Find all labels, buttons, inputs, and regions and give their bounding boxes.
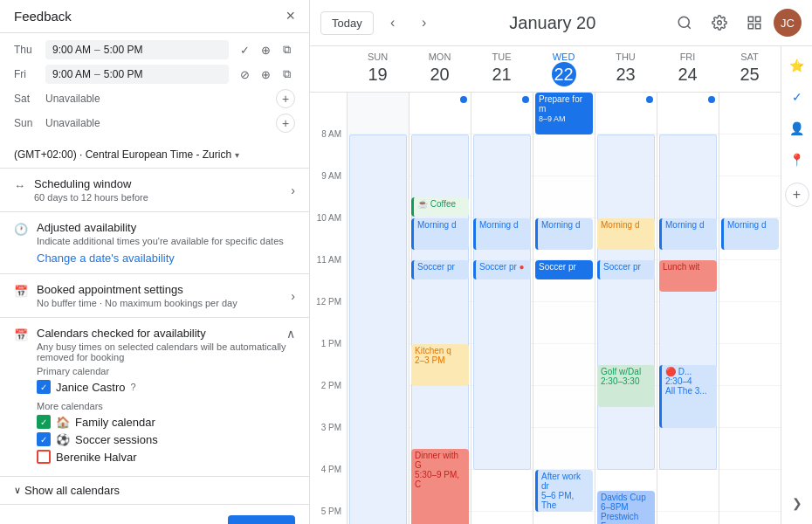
davids-cup-event[interactable]: Davids Cup6–8PMPrestwich FooTennis & Bow (597, 491, 655, 524)
calendars-chevron: ∧ (286, 327, 295, 341)
kitchen-event[interactable]: Kitchen q2–3 PM (411, 344, 469, 386)
svg-rect-2 (748, 17, 753, 21)
booked-icon: 📅 (14, 285, 28, 298)
fri-time-range[interactable]: 9:00 AM – 5:00 PM (45, 65, 229, 84)
berenike-calendar-checkbox[interactable] (37, 450, 51, 464)
left-panel: Feedback × Thu 9:00 AM – 5:00 PM ✓ ⊕ ⧉ F… (0, 0, 310, 524)
soccer-pr-wed[interactable]: Soccer pr (535, 260, 593, 279)
availability-thu (597, 134, 655, 470)
timezone-row[interactable]: (GMT+02:00) · Central European Time - Zu… (0, 145, 309, 169)
morning-d-thu[interactable]: Morning d (597, 218, 655, 250)
booked-subtitle: No buffer time · No maximum bookings per… (37, 298, 237, 308)
family-calendar-checkbox[interactable]: ✓ (37, 415, 51, 429)
avail-row-thu: Thu 9:00 AM – 5:00 PM ✓ ⊕ ⧉ (14, 40, 295, 59)
time-1pm: 1 PM (310, 339, 347, 381)
google-tasks-icon[interactable]: ⭐ (785, 53, 809, 78)
add-sidebar-icon-btn[interactable]: + (785, 183, 809, 207)
prepare-event[interactable]: Prepare for m8–9 AM (535, 93, 593, 134)
google-maps-icon[interactable]: 📍 (785, 148, 809, 172)
svg-rect-3 (756, 17, 760, 21)
show-all-row[interactable]: ∨ Show all calendars (0, 477, 309, 505)
scheduling-window-header[interactable]: ↔ Scheduling window 60 days to 12 hours … (14, 177, 295, 203)
golf-event[interactable]: Golf w/Dal2:30–3:30 (597, 365, 655, 407)
settings-button[interactable] (704, 7, 735, 38)
search-button[interactable] (669, 7, 700, 38)
col-wed[interactable]: Prepare for m8–9 AM Morning d Soccer pr … (533, 93, 595, 524)
thu-check-icon[interactable]: ✓ (236, 41, 253, 59)
soccer-calendar-checkbox[interactable]: ✓ (37, 432, 51, 446)
time-8am: 8 AM (310, 129, 347, 171)
col-fri[interactable]: Morning d Lunch wit 🔴 D...2:30–4All The … (657, 93, 719, 524)
calendar-grid: SUN 19 MON 20 TUE 21 WED 22 THU 23 (310, 46, 781, 524)
time-11am: 11 AM (310, 255, 347, 297)
next-button[interactable]: Next (228, 515, 295, 524)
fri-check-icon[interactable]: ⊘ (236, 66, 253, 83)
thu-time-range[interactable]: 9:00 AM – 5:00 PM (45, 40, 229, 59)
sidebar-expand-btn[interactable]: ❯ (792, 496, 802, 517)
grid-button[interactable] (739, 7, 770, 38)
availability-tue (473, 134, 531, 470)
col-tue[interactable]: Morning d Soccer pr ● (471, 93, 533, 524)
scheduling-title: Scheduling window (34, 177, 148, 190)
day-header-tue: TUE 21 (471, 46, 533, 92)
availability-section: Thu 9:00 AM – 5:00 PM ✓ ⊕ ⧉ Fri 9:00 AM … (0, 33, 309, 145)
morning-d-mon[interactable]: Morning d (411, 218, 469, 250)
booked-chevron: › (291, 289, 295, 303)
day-header-wed: WED 22 (533, 46, 595, 92)
more-cals-label: More calendars (37, 401, 295, 411)
show-all-chevron: ∨ (14, 485, 21, 496)
col-sun[interactable] (347, 93, 409, 524)
sat-add-icon[interactable]: + (276, 89, 295, 108)
soccer-pr-mon[interactable]: Soccer pr (411, 260, 469, 279)
morning-d-fri[interactable]: Morning d (659, 218, 717, 250)
adjusted-availability-section: 🕐 Adjusted availability Indicate additio… (0, 212, 309, 274)
col-sat[interactable]: Morning d (719, 93, 781, 524)
booked-settings-header[interactable]: 📅 Booked appointment settings No buffer … (14, 283, 295, 308)
d-event-fri[interactable]: 🔴 D...2:30–4All The 3... (659, 365, 717, 428)
today-button[interactable]: Today (320, 11, 374, 35)
soccer-pr-thu[interactable]: Soccer pr (597, 260, 655, 279)
fri-add-icon[interactable]: ⊕ (257, 66, 274, 83)
google-keep-icon[interactable]: ✓ (785, 85, 809, 109)
scheduling-chevron: › (291, 183, 295, 197)
time-5pm: 5 PM (310, 507, 347, 524)
fri-copy-icon[interactable]: ⧉ (278, 66, 295, 83)
calendars-header: 📅 Calendars checked for availability Any… (14, 327, 295, 362)
morning-d-tue[interactable]: Morning d (473, 218, 531, 250)
change-date-link[interactable]: Change a date's availability (37, 252, 295, 265)
scheduling-window-section: ↔ Scheduling window 60 days to 12 hours … (0, 169, 309, 212)
thu-add-icon[interactable]: ⊕ (257, 41, 274, 59)
soccer-calendar-name: Soccer sessions (75, 433, 158, 446)
avail-row-sun: Sun Unavailable + (14, 114, 295, 133)
morning-d-sat[interactable]: Morning d (721, 218, 779, 250)
next-btn-row: Next (0, 505, 309, 524)
thu-start: 9:00 AM (52, 44, 91, 56)
day-header-fri: FRI 24 (657, 46, 719, 92)
help-icon[interactable]: ? (130, 382, 135, 392)
col-mon[interactable]: ☕ Coffee Morning d Soccer pr Kitchen q2–… (409, 93, 471, 524)
close-button[interactable]: × (286, 7, 295, 25)
fri-end: 5:00 PM (104, 68, 143, 80)
adjusted-availability-header[interactable]: 🕐 Adjusted availability Indicate additio… (14, 221, 295, 246)
calendars-section: 📅 Calendars checked for availability Any… (0, 318, 309, 477)
prev-button[interactable]: ‹ (381, 10, 405, 35)
thu-copy-icon[interactable]: ⧉ (278, 41, 295, 59)
avail-row-sat: Sat Unavailable + (14, 89, 295, 108)
lunch-event[interactable]: Lunch wit (659, 260, 717, 292)
coffee-event[interactable]: ☕ Coffee (411, 197, 469, 217)
soccer-pr-tue[interactable]: Soccer pr ● (473, 260, 531, 279)
google-contacts-icon[interactable]: 👤 (785, 116, 809, 141)
after-work-event[interactable]: After work dr5–6 PM, The (535, 470, 593, 512)
next-button[interactable]: › (412, 10, 437, 35)
dinner-event[interactable]: Dinner with G5:30–9 PM, C (411, 449, 469, 524)
primary-calendar-checkbox[interactable]: ✓ (37, 380, 51, 394)
col-thu[interactable]: Morning d Soccer pr Golf w/Dal2:30–3:30 … (595, 93, 657, 524)
sun-add-icon[interactable]: + (276, 114, 295, 133)
berenike-calendar-item: Berenike Halvar (37, 450, 295, 464)
primary-section: Primary calendar ✓ Janice Castro ? (37, 366, 295, 394)
morning-d-wed[interactable]: Morning d (535, 218, 593, 250)
svg-rect-5 (748, 24, 753, 29)
sat-unavail: Unavailable (45, 93, 269, 105)
thu-indicator (646, 96, 653, 103)
user-avatar[interactable]: JC (774, 9, 802, 37)
